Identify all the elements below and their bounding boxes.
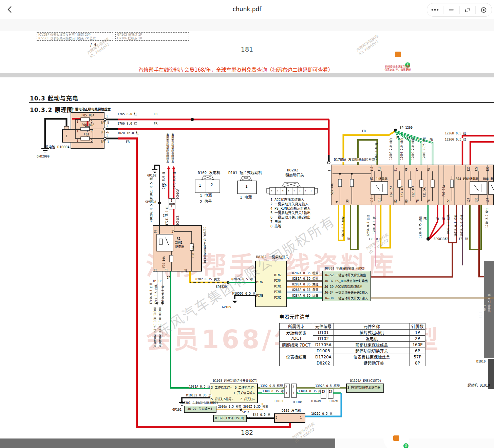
wire-label-1390: 1390 0.35 绿: [262, 390, 284, 393]
d1003-pin2: 2 背光灯+: [240, 397, 255, 401]
pin: 2: [91, 139, 93, 143]
fb-pin: 9: [336, 201, 339, 203]
bdc-row: J6-39 ACC状态指示灯输出: [324, 285, 362, 288]
more-icon[interactable]: [427, 6, 443, 14]
pin: 1: [171, 205, 172, 208]
fb-pin: 22: [447, 200, 450, 203]
legend-line: 1 ACC状态指示灯输入: [270, 198, 304, 202]
note-line: ICV5CF 仪表板线束接右前门线束 2P 蓝紫: [38, 37, 111, 40]
fb-pin: 129: [475, 167, 478, 171]
fr-label: FR: [153, 122, 158, 125]
legend-line: 6 一键启动开关开关2输出: [270, 216, 310, 220]
wire-label-1021c: 1021C 0.5 蓝: [311, 412, 333, 415]
fuse-f22: F22 30A: [412, 186, 415, 197]
fb-pin: 111: [370, 167, 374, 171]
d8301-bottom-title: D8301 车身域控制器(BDC): [182, 402, 218, 405]
ic01bf-label: IC01BF: [274, 400, 284, 403]
heading-rule: [29, 102, 494, 103]
relay-r04: R04 起动继电器: [456, 177, 478, 181]
wire-label-1776: 1776 8.0 红: [162, 172, 165, 189]
wire-label-1392a: 1392A 0.5 棕绿: [315, 384, 340, 388]
wire-label-m101e2: M101E2 0.35 黑: [186, 394, 212, 397]
wire-label-1740: 1740 0.5 白黑: [155, 284, 158, 304]
maximize-icon[interactable]: [460, 6, 476, 14]
d102-title: D102 发电机: [282, 409, 301, 413]
wire-label-1775: 1775 8.0 红: [173, 172, 176, 189]
fb-pin: 130: [475, 198, 478, 203]
wire-label-1200c: 1200C 2.0 绿黄: [412, 138, 415, 160]
pin: 15: [322, 390, 325, 393]
table-header-row: 所属线束 元件编号 元件名称 针脚数: [280, 323, 425, 330]
fr-label: FR: [445, 238, 449, 241]
ic02am-label: IC02AM: [311, 400, 321, 403]
titlebar: chunk.pdf: [0, 0, 494, 19]
legend-d8202-t2: 一键启动开关: [282, 173, 304, 178]
record-icon[interactable]: [476, 6, 492, 14]
fr-label: FR: [369, 238, 373, 241]
pin: 1: [106, 115, 108, 118]
wire-label-1740a: 1740A 0.5 白黑: [150, 283, 153, 304]
wire-label-8283a: 8283A 0.35 黄红: [292, 283, 319, 286]
pin: 2: [276, 416, 277, 419]
relay-r1-main: R1 主继电器: [370, 177, 387, 181]
d1003-title: D1003 起停功能切换开关(DCT): [213, 379, 258, 382]
pin: 8: [271, 190, 272, 192]
fb-pin: 75: [428, 168, 431, 172]
fuse-f33: F33 10A: [192, 246, 195, 258]
pin5: PIN5: [274, 296, 282, 299]
pin: 15: [329, 390, 332, 393]
legend-d102-2: 2 信号: [200, 200, 212, 204]
window-controls: [427, 3, 492, 17]
table-row: 仪表板线束 D1003起停功能切换开关6P: [280, 348, 425, 354]
d1010-label: D1010: [476, 360, 486, 363]
legend-d102-1: 1 电源: [200, 194, 212, 198]
wire-label-8282a: 8282A 0.35 橙黄: [292, 272, 319, 275]
minimize-icon[interactable]: [443, 6, 460, 14]
bdc-row: J6-30 一键启动开关开关1输入: [324, 297, 368, 300]
j627-label: J6-27 背光输出1: [187, 407, 212, 411]
pin: 3: [299, 190, 301, 192]
wire-label-1236g: 1236G 0.5 红: [444, 138, 467, 141]
toolbar: / 3 80%⌄ »: [0, 19, 494, 32]
pin: 2: [91, 130, 93, 133]
wire-label-8284a: 8284A 0.35 绿白: [292, 294, 319, 297]
document-title: chunk.pdf: [0, 6, 494, 13]
subsection-heading: 10.3.2 原理图: [30, 105, 73, 114]
sp1200-label: SP_1200: [400, 126, 413, 129]
d1003-pin6: 6 工作指示灯-: [235, 386, 255, 389]
wire-label-1031a: 1031A 0.5 绿: [189, 385, 211, 388]
pin: 1: [171, 199, 172, 202]
pin7: PIN7: [256, 280, 264, 284]
bft5-label: BFT-5: [101, 122, 109, 125]
fr-label: FR: [347, 238, 350, 241]
group-cell: 发动机线束7DCT: [280, 330, 313, 342]
col-pin-count: 针脚数: [410, 323, 425, 330]
pin: 1: [77, 139, 78, 143]
qr-caption: 扫码查询全球车型资料 仅需168/年，每周更新: [376, 65, 419, 71]
horizontal-scrollbar-thumb[interactable]: [0, 438, 335, 448]
legend-line: 5 一键启动开关开关1输出: [270, 211, 310, 215]
ic01bm-label: IC01BM: [292, 401, 302, 404]
wire-label-1011a: 1011A 2.0 棕绿: [460, 215, 463, 237]
pin: 1: [77, 120, 78, 124]
fb-pin: 135: [486, 167, 489, 171]
d1003-pin5: 5 背光灯&信号-: [211, 397, 234, 401]
bft6-label: BFT-6: [101, 131, 109, 134]
wire-label-1200b: 1200B 2.0 绿白: [400, 138, 403, 160]
fr-label: FR: [430, 138, 433, 142]
battery-pin: 1: [65, 134, 67, 138]
wire-label-1031a-v: 1031A 0.5 绿: [162, 285, 165, 304]
fb-pin: 78: [416, 200, 419, 203]
legend-line: 2 一键启动开关背光输入: [270, 202, 308, 206]
qr-caption-line: 仅需168/年，每周更新: [376, 68, 419, 71]
pin: 1: [77, 130, 78, 133]
legend-line: 8 接地: [270, 224, 281, 228]
relay-r06: R06 起动继电器: [483, 177, 494, 181]
wire-label-1765: 1765 8.0 红: [117, 112, 137, 116]
relay-word: 继电器: [175, 245, 184, 248]
pin8: PIN8: [256, 294, 264, 297]
fb-pin: 127: [467, 198, 470, 203]
gp101-label: GP101: [172, 408, 182, 411]
wire-label-s44: S44 0.5 黑: [252, 413, 271, 416]
pin: 2: [91, 120, 93, 124]
